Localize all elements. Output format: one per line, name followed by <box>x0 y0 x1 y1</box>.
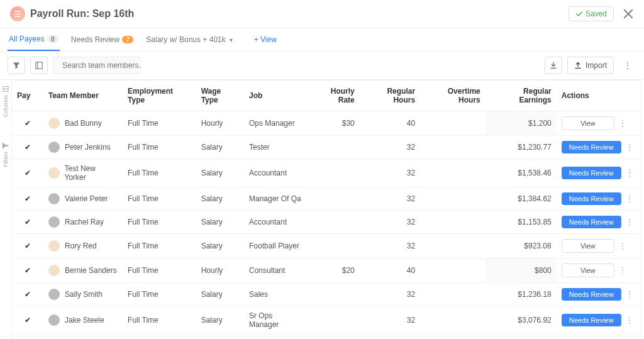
search-input-wrap[interactable] <box>53 57 141 74</box>
team-member-cell[interactable]: Rory Red <box>48 240 118 252</box>
close-icon[interactable] <box>623 8 634 19</box>
columns-panel-toggle[interactable]: Columns <box>3 86 9 118</box>
avatar <box>48 118 60 129</box>
tab-badge: 7 <box>122 36 133 43</box>
avatar <box>48 289 60 300</box>
col-wage-type[interactable]: Wage Type <box>196 81 244 111</box>
team-member-cell[interactable]: Jake Steele <box>48 314 118 326</box>
avatar <box>48 193 60 204</box>
avatar <box>48 240 60 252</box>
row-menu-button[interactable]: ⋮ <box>623 290 636 299</box>
filters-panel-toggle[interactable]: Filters <box>3 143 9 167</box>
row-menu-button[interactable]: ⋮ <box>623 169 636 177</box>
overtime-hours-cell <box>420 234 486 258</box>
col-regular-hours[interactable]: Regular Hours <box>360 81 420 111</box>
employment-type-cell: Full Time <box>123 234 196 258</box>
col-pay[interactable]: Pay <box>12 81 43 111</box>
regular-hours-cell: 32 <box>360 335 420 340</box>
columns-icon <box>3 86 9 92</box>
job-cell: Manager Of Qa <box>244 187 308 211</box>
team-member-cell[interactable]: Bernie Sanders <box>48 265 118 276</box>
pay-check-icon[interactable]: ✔ <box>25 169 31 177</box>
row-action-button[interactable]: View <box>562 239 614 253</box>
pay-check-icon[interactable]: ✔ <box>25 266 31 275</box>
wage-type-cell: Salary <box>196 211 244 234</box>
job-cell: Sales <box>244 283 308 306</box>
table-row[interactable]: ✔Bernie SandersFull TimeHourlyConsultant… <box>12 258 641 283</box>
pay-check-icon[interactable]: ✔ <box>25 218 31 226</box>
row-menu-button[interactable]: ⋮ <box>616 242 629 250</box>
regular-hours-cell: 32 <box>360 187 420 211</box>
table-row[interactable]: ✔Valerie PeterFull TimeSalaryManager Of … <box>12 187 641 211</box>
row-action-button[interactable]: Needs Review <box>562 141 621 153</box>
member-name: Valerie Peter <box>65 194 108 203</box>
download-button[interactable] <box>545 57 562 74</box>
saved-status-button[interactable]: Saved <box>569 6 614 21</box>
wage-type-cell: Salary <box>196 306 244 335</box>
tab-all-payees[interactable]: All Payees 8 <box>8 28 60 51</box>
regular-earnings-cell: $1,153.85 <box>486 211 557 234</box>
col-overtime-hours[interactable]: Overtime Hours <box>420 81 486 111</box>
team-member-cell[interactable]: Test New Yorker <box>48 164 118 182</box>
row-action-button[interactable]: Needs Review <box>562 314 621 326</box>
col-employment-type[interactable]: Employment Type <box>123 81 196 111</box>
employment-type-cell: Full Time <box>123 111 196 136</box>
pay-check-icon[interactable]: ✔ <box>25 119 31 128</box>
tab-needs-review[interactable]: Needs Review 7 <box>70 29 135 50</box>
layout-button[interactable] <box>30 57 48 74</box>
row-menu-button[interactable]: ⋮ <box>623 194 636 203</box>
row-action-button[interactable]: Needs Review <box>562 192 621 205</box>
member-name: Sally Smith <box>65 290 103 299</box>
more-menu-button[interactable]: ⋮ <box>619 57 636 74</box>
member-name: Test New Yorker <box>65 164 118 182</box>
svg-rect-0 <box>36 62 43 69</box>
table-row[interactable]: ✔Jake SteeleFull TimeSalarySr Ops Manage… <box>12 306 641 335</box>
pay-check-icon[interactable]: ✔ <box>25 290 31 299</box>
col-regular-earnings[interactable]: Regular Earnings <box>486 81 557 111</box>
filter-button[interactable] <box>8 57 25 74</box>
employment-type-cell: Full Time <box>123 283 196 306</box>
siderail-label: Columns <box>3 95 9 118</box>
pay-check-icon[interactable]: ✔ <box>25 242 31 250</box>
table-row[interactable]: ✔Sally SmithFull TimeSalarySales32$1,236… <box>12 283 641 306</box>
table-row[interactable]: ✔Peter JenkinsFull TimeSalaryTester32$1,… <box>12 136 641 159</box>
pay-check-icon[interactable]: ✔ <box>25 143 31 152</box>
row-action-button[interactable]: Needs Review <box>562 216 621 228</box>
row-action-button[interactable]: Needs Review <box>562 167 621 179</box>
wage-type-cell: Salary <box>196 234 244 258</box>
team-member-cell[interactable]: Bad Bunny <box>48 118 118 129</box>
search-input[interactable] <box>62 61 157 70</box>
import-button[interactable]: Import <box>567 57 614 74</box>
team-member-cell[interactable]: Peter Jenkins <box>48 142 118 153</box>
col-hourly-rate[interactable]: Hourly Rate <box>308 81 360 111</box>
row-action-button[interactable]: View <box>562 116 614 130</box>
row-action-button[interactable]: Needs Review <box>562 288 621 301</box>
table-row[interactable]: ✔Rachel RayFull TimeSalaryAccountant32$1… <box>12 211 641 234</box>
table-row[interactable]: ✔Bad BunnyFull TimeHourlyOps Manager$304… <box>12 111 641 136</box>
team-member-cell[interactable]: Sally Smith <box>48 289 118 300</box>
overtime-hours-cell <box>420 187 486 211</box>
team-member-cell[interactable]: Rachel Ray <box>48 216 118 228</box>
row-action-button[interactable]: View <box>562 264 614 277</box>
pay-check-icon[interactable]: ✔ <box>25 316 31 325</box>
row-menu-button[interactable]: ⋮ <box>616 119 629 128</box>
table-row[interactable]: ✔Tara TesterFull TimeSalary32$615.38Need… <box>12 335 641 340</box>
tab-salary-view[interactable]: Salary w/ Bonus + 401k ▾ <box>145 29 233 50</box>
employment-type-cell: Full Time <box>123 211 196 234</box>
pay-check-icon[interactable]: ✔ <box>25 194 31 203</box>
row-menu-button[interactable]: ⋮ <box>623 218 636 226</box>
table-row[interactable]: ✔Rory RedFull TimeSalaryFootball Player3… <box>12 234 641 258</box>
member-name: Jake Steele <box>65 316 104 325</box>
row-menu-button[interactable]: ⋮ <box>623 143 636 152</box>
regular-hours-cell: 32 <box>360 283 420 306</box>
col-job[interactable]: Job <box>244 81 308 111</box>
col-team-member[interactable]: Team Member <box>43 81 123 111</box>
overtime-hours-cell <box>420 136 486 159</box>
add-view-button[interactable]: + View <box>253 29 278 50</box>
row-menu-button[interactable]: ⋮ <box>623 316 636 325</box>
row-menu-button[interactable]: ⋮ <box>616 266 629 275</box>
wage-type-cell: Salary <box>196 335 244 340</box>
team-member-cell[interactable]: Valerie Peter <box>48 193 118 204</box>
table-row[interactable]: ✔Test New YorkerFull TimeSalaryAccountan… <box>12 159 641 187</box>
download-icon <box>550 62 557 69</box>
